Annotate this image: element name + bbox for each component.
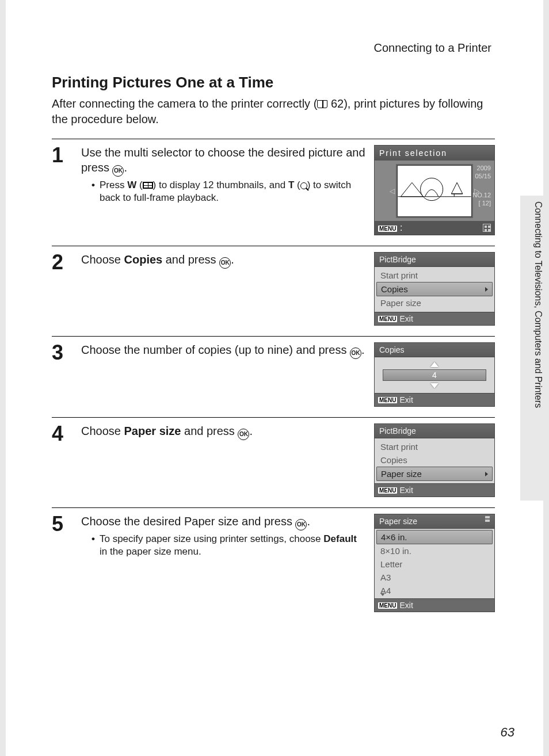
lcd-copies-body: 4 — [374, 357, 495, 394]
menu-copies-label: Copies — [381, 284, 408, 294]
meta-year: 2009 — [472, 164, 491, 172]
lcd-pb2-bottom: MENU Exit — [374, 484, 495, 497]
menu-item-paper-size[interactable]: Paper size — [375, 296, 494, 310]
s4-b: and press — [181, 425, 238, 437]
intro-text: After connecting the camera to the print… — [52, 96, 495, 127]
lcd-size-title: Paper size — [374, 514, 495, 528]
header-section: Connecting to a Printer — [373, 41, 491, 55]
content: Printing Pictures One at a Time After co… — [52, 74, 495, 623]
menu-chip[interactable]: MENU — [378, 226, 397, 232]
menu-item-start-print[interactable]: Start print — [375, 440, 494, 453]
bullet-dot: • — [92, 533, 95, 558]
exit-label[interactable]: Exit — [399, 601, 413, 610]
lcd-ps-body: ◁ — [375, 161, 494, 221]
ok-icon: OK — [219, 257, 231, 269]
magnify-icon — [300, 182, 307, 189]
menu-item-4x6[interactable]: 4×6 in. — [376, 530, 493, 544]
menu-item-copies[interactable]: Copies — [375, 453, 494, 467]
menu-chip[interactable]: MENU — [378, 397, 397, 403]
s1-a: Use the multi selector to choose the des… — [81, 146, 365, 174]
step-num-4: 4 — [52, 423, 73, 497]
page-title: Printing Pictures One at a Time — [52, 74, 495, 91]
lcd-size-body: 4×6 in. 8×10 in. Letter A3 A4 — [374, 528, 495, 599]
lcd-print-selection: Print selection ◁ — [374, 145, 495, 235]
menu-item-start-print[interactable]: Start print — [375, 269, 494, 282]
page: Connecting to a Printer Printing Picture… — [6, 0, 543, 756]
step-3: 3 Choose the number of copies (up to nin… — [52, 336, 495, 417]
menu-item-a4[interactable]: A4 — [375, 584, 494, 597]
s5b-b: in the paper size menu. — [100, 546, 201, 557]
menu-papersize-label: Paper size — [381, 469, 422, 479]
photo-meta: 2009 05/15 NO.12 [ 12] — [472, 164, 491, 207]
step-num-3: 3 — [52, 342, 73, 407]
ok-icon: OK — [238, 429, 249, 440]
s2-bold: Copies — [124, 253, 163, 266]
menu-chip[interactable]: MENU — [378, 316, 397, 322]
s5-a: Choose the desired Paper size and press — [81, 515, 295, 528]
menu-item-a3[interactable]: A3 — [375, 571, 494, 584]
s1b-t: T — [288, 180, 294, 190]
menu-item-copies[interactable]: Copies — [376, 282, 493, 296]
lcd-copies: Copies 4 MENU Exit — [374, 342, 495, 407]
side-tab: Connecting to Televisions, Computers and… — [520, 196, 543, 501]
exit-label[interactable]: Exit — [399, 486, 413, 495]
s4-bold: Paper size — [124, 425, 181, 437]
step-2-text: Choose Copies and press OK. — [81, 252, 365, 326]
menu-chip[interactable]: MENU — [378, 602, 397, 609]
meta-date: 05/15 — [472, 172, 491, 180]
menu-item-letter[interactable]: Letter — [375, 558, 494, 571]
intro-ref: 62 — [331, 97, 344, 110]
menu-chip[interactable]: MENU — [378, 487, 397, 494]
lcd-copies-bottom: MENU Exit — [374, 394, 495, 407]
step-4-text: Choose Paper size and press OK. — [81, 423, 365, 497]
step-5-bullet: • To specify paper size using printer se… — [81, 533, 365, 558]
lcd-pb2-title: PictBridge — [374, 423, 495, 438]
lcd-paper-size: Paper size 4×6 in. 8×10 in. Letter A3 A4… — [374, 514, 495, 612]
s5b-bold: Default — [323, 533, 357, 544]
s1b-c: ) to display 12 thumbnails, and — [153, 180, 288, 190]
s1b-b: ( — [136, 180, 142, 190]
ok-icon: OK — [350, 348, 361, 359]
copies-value: 4 — [383, 369, 486, 381]
s2-a: Choose — [81, 253, 124, 266]
thumbnail-icon — [143, 182, 153, 189]
step-1: 1 Use the multi selector to choose the d… — [52, 139, 495, 246]
menu-item-paper-size[interactable]: Paper size — [376, 467, 493, 481]
step-1-text: Use the multi selector to choose the des… — [81, 145, 365, 235]
photo-preview — [397, 165, 472, 217]
step-num-1: 1 — [52, 145, 73, 235]
chevron-down-icon — [380, 593, 385, 596]
step-5: 5 Choose the desired Paper size and pres… — [52, 507, 495, 623]
chevron-right-icon — [485, 287, 488, 292]
grid-icon[interactable] — [483, 224, 491, 232]
scrollbar-icon — [485, 516, 490, 522]
svg-rect-0 — [398, 166, 471, 197]
manual-icon — [317, 100, 327, 108]
arrow-down-icon[interactable] — [430, 383, 439, 388]
s2-b: and press — [162, 253, 219, 266]
meta-count: [ 12] — [472, 199, 491, 207]
nav-left-icon[interactable]: ◁ — [390, 187, 395, 195]
ok-icon: OK — [295, 519, 307, 530]
lcd-pictbridge-1: PictBridge Start print Copies Paper size… — [374, 252, 495, 326]
exit-label[interactable]: Exit — [399, 314, 413, 323]
step-5-text: Choose the desired Paper size and press … — [81, 514, 365, 612]
bullet-dot: • — [92, 179, 95, 204]
step-1-bullet: • Press W () to display 12 thumbnails, a… — [81, 179, 365, 204]
lcd-ps-title: Print selection — [375, 146, 494, 161]
s1b-w: W — [127, 180, 136, 190]
step-num-5: 5 — [52, 514, 73, 612]
s1b-a: Press — [100, 180, 127, 190]
exit-label[interactable]: Exit — [399, 395, 413, 404]
page-number: 63 — [501, 725, 514, 740]
s3-a: Choose the number of copies (up to nine)… — [81, 343, 350, 356]
lcd-ps-bottom: MENU : — [375, 221, 494, 235]
lcd-pb1-bottom: MENU Exit — [374, 312, 495, 326]
step-3-text: Choose the number of copies (up to nine)… — [81, 342, 365, 407]
menu-item-8x10[interactable]: 8×10 in. — [375, 544, 494, 558]
lcd-pb2-body: Start print Copies Paper size — [374, 438, 495, 484]
ok-icon: OK — [112, 165, 124, 177]
lcd-size-title-text: Paper size — [379, 517, 417, 526]
svg-rect-1 — [398, 196, 471, 216]
arrow-up-icon[interactable] — [430, 362, 439, 367]
